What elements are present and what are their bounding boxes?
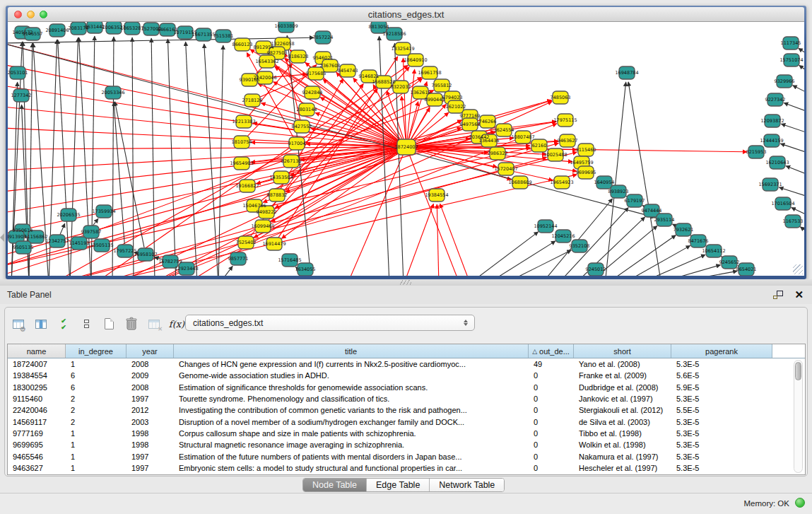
- table-cell[interactable]: 0: [529, 452, 574, 461]
- table-cell[interactable]: 19384554: [8, 371, 66, 380]
- table-cell[interactable]: 5.3E-5: [671, 395, 772, 403]
- table-cell[interactable]: 2: [66, 406, 126, 414]
- table-cell[interactable]: 0: [529, 440, 574, 449]
- column-header-in_degree[interactable]: in_degree: [66, 344, 126, 358]
- table-cell[interactable]: 2009: [126, 371, 174, 380]
- table-cell[interactable]: 9699695: [8, 440, 66, 449]
- table-cell[interactable]: 1: [66, 429, 126, 438]
- table-cell[interactable]: Structural magnetic resonance image aver…: [174, 440, 529, 449]
- tab-network-table[interactable]: Network Table: [430, 479, 504, 491]
- row-height-button[interactable]: [77, 315, 95, 333]
- column-header-short[interactable]: short: [574, 344, 671, 358]
- table-cell[interactable]: Stergiakouli et al. (2012): [574, 406, 671, 414]
- table-cell[interactable]: Franke et al. (2009): [574, 371, 671, 380]
- horizontal-splitter[interactable]: [0, 279, 812, 286]
- table-cell[interactable]: 49: [529, 360, 574, 368]
- table-row[interactable]: 1872400712008Changes of HCN gene express…: [8, 358, 805, 370]
- column-header-year[interactable]: year: [126, 344, 174, 358]
- table-cell[interactable]: 18724007: [8, 360, 66, 368]
- table-cell[interactable]: 22420046: [8, 406, 66, 414]
- table-cell[interactable]: Wolkin et al. (1998): [574, 440, 671, 449]
- panel-collapse-arrow-icon[interactable]: [0, 233, 4, 242]
- table-cell[interactable]: 5.6E-5: [671, 371, 772, 380]
- vertical-scrollbar[interactable]: [794, 360, 803, 473]
- table-cell[interactable]: Jankovic et al. (1997): [574, 395, 671, 403]
- delete-column-button[interactable]: [122, 315, 141, 333]
- table-cell[interactable]: 0: [529, 464, 574, 472]
- table-cell[interactable]: 9115460: [8, 395, 66, 403]
- scrollbar-thumb[interactable]: [795, 362, 801, 380]
- table-cell[interactable]: 2008: [126, 383, 174, 392]
- create-column-button[interactable]: [100, 315, 118, 333]
- table-cell[interactable]: 2: [66, 418, 126, 426]
- table-cell[interactable]: 0: [529, 406, 574, 414]
- table-cell[interactable]: 1997: [126, 395, 174, 403]
- table-cell[interactable]: 2012: [126, 406, 174, 414]
- memory-status-icon[interactable]: [795, 498, 805, 508]
- table-cell[interactable]: 5.3E-5: [671, 452, 772, 461]
- table-cell[interactable]: 0: [529, 371, 574, 380]
- table-cell[interactable]: Tibbo et al. (1998): [574, 429, 671, 438]
- network-table-select[interactable]: citations_edges.txt: [185, 315, 475, 331]
- table-row[interactable]: 946362711997Embryonic stem cells: a mode…: [8, 462, 805, 474]
- table-cell[interactable]: Changes of HCN gene expression and I(f) …: [174, 360, 529, 368]
- table-cell[interactable]: 1997: [126, 464, 174, 472]
- table-cell[interactable]: 5.3E-5: [671, 429, 772, 438]
- table-row[interactable]: 1456911722003Disruption of a novel membe…: [8, 416, 805, 427]
- table-row[interactable]: 946554611997Estimation of the future num…: [8, 450, 805, 462]
- table-cell[interactable]: 5.5E-5: [671, 406, 772, 414]
- table-cell[interactable]: de Silva et al. (2003): [574, 418, 671, 426]
- close-panel-icon[interactable]: ✕: [794, 290, 804, 300]
- table-cell[interactable]: 5.3E-5: [671, 464, 772, 472]
- table-cell[interactable]: Investigating the contribution of common…: [174, 406, 529, 414]
- table-cell[interactable]: Disruption of a novel member of a sodium…: [174, 418, 529, 426]
- show-columns-button[interactable]: [32, 315, 50, 333]
- table-cell[interactable]: 9465546: [8, 452, 66, 461]
- table-cell[interactable]: 1998: [126, 440, 174, 449]
- table-cell[interactable]: 1: [66, 440, 126, 449]
- table-cell[interactable]: 5.3E-5: [671, 418, 772, 426]
- table-cell[interactable]: 9777169: [8, 429, 66, 438]
- column-header-out_de[interactable]: △out_de...: [529, 344, 574, 358]
- column-header-name[interactable]: name: [8, 344, 66, 358]
- tab-node-table[interactable]: Node Table: [303, 479, 367, 491]
- table-cell[interactable]: 0: [529, 429, 574, 438]
- table-cell[interactable]: Nakamura et al. (1997): [574, 452, 671, 461]
- table-cell[interactable]: 2: [66, 395, 126, 403]
- table-cell[interactable]: 5.9E-5: [671, 383, 772, 392]
- resize-grip-icon[interactable]: [793, 264, 803, 274]
- table-cell[interactable]: 2008: [126, 360, 174, 368]
- table-cell[interactable]: 0: [529, 418, 574, 426]
- table-cell[interactable]: Corpus callosum shape and size in male p…: [174, 429, 529, 438]
- table-cell[interactable]: 6: [66, 383, 126, 392]
- table-cell[interactable]: 0: [529, 395, 574, 403]
- table-row[interactable]: 2242004622012Investigating the contribut…: [8, 404, 805, 416]
- table-cell[interactable]: 1: [66, 464, 126, 472]
- table-cell[interactable]: 5.3E-5: [671, 360, 772, 368]
- tab-edge-table[interactable]: Edge Table: [367, 479, 430, 491]
- table-row[interactable]: 1830029562008Estimation of significance …: [8, 382, 805, 393]
- table-cell[interactable]: 1: [66, 452, 126, 461]
- table-row[interactable]: 1938455462009Genome-wide association stu…: [8, 370, 805, 381]
- table-cell[interactable]: Yano et al. (2008): [574, 360, 671, 368]
- table-cell[interactable]: 6: [66, 371, 126, 380]
- column-header-title[interactable]: title: [174, 344, 529, 358]
- table-cell[interactable]: Dudbridge et al. (2008): [574, 383, 671, 392]
- table-cell[interactable]: Hescheler et al. (1997): [574, 464, 671, 472]
- table-cell[interactable]: 1997: [126, 452, 174, 461]
- network-canvas[interactable]: 1872400714055729146557208914062083174963…: [8, 22, 804, 276]
- table-row[interactable]: 911546021997Tourette syndrome. Phenomeno…: [8, 393, 805, 404]
- table-mode-button[interactable]: ⚙: [9, 315, 28, 333]
- table-cell[interactable]: Estimation of the future numbers of pati…: [174, 452, 529, 461]
- table-cell[interactable]: Embryonic stem cells: a model to study s…: [174, 464, 529, 472]
- splitter-handle-icon[interactable]: [400, 280, 411, 285]
- table-cell[interactable]: Estimation of significance thresholds fo…: [174, 383, 529, 392]
- column-header-pagerank[interactable]: pagerank: [671, 344, 772, 358]
- table-cell[interactable]: 14569117: [8, 418, 66, 426]
- function-builder-button[interactable]: f(x): [167, 315, 186, 333]
- table-cell[interactable]: 9463627: [8, 464, 66, 472]
- table-cell[interactable]: Genome-wide association studies in ADHD.: [174, 371, 529, 380]
- table-row[interactable]: 969969511998Structural magnetic resonanc…: [8, 439, 805, 450]
- table-cell[interactable]: Tourette syndrome. Phenomenology and cla…: [174, 395, 529, 403]
- table-cell[interactable]: 0: [529, 383, 574, 392]
